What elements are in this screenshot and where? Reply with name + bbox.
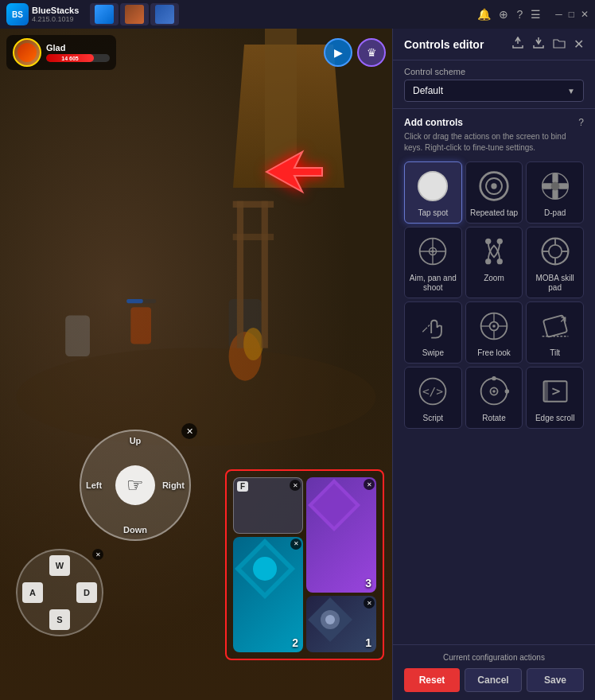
player-avatar <box>13 38 41 67</box>
hp-bar: 14 605 <box>46 54 110 62</box>
svg-point-37 <box>497 239 503 244</box>
play-button[interactable]: ▶ <box>324 38 352 67</box>
svg-rect-28 <box>542 183 552 189</box>
control-aim-pan-shoot[interactable]: Aim, pan and shoot <box>404 227 462 298</box>
edge-scroll-icon <box>538 374 573 409</box>
repeated-tap-icon <box>476 169 511 204</box>
wasd-close-button[interactable]: ✕ <box>92 549 103 560</box>
dpad-close-button[interactable]: ✕ <box>181 423 197 439</box>
folder-icon[interactable] <box>553 37 566 52</box>
maximize-button[interactable]: □ <box>569 9 574 20</box>
skill-2-close[interactable]: ✕ <box>290 539 301 550</box>
skill-1-close[interactable]: ✕ <box>364 597 375 609</box>
panel-close-button[interactable]: ✕ <box>574 37 584 52</box>
control-edge-scroll[interactable]: Edge scroll <box>526 367 584 429</box>
help-icon[interactable]: ? <box>578 117 584 128</box>
wasd-container: W A S D ✕ <box>16 549 103 636</box>
control-rotate[interactable]: Rotate <box>465 367 523 429</box>
dpad-label: D-pad <box>544 208 566 218</box>
control-moba-skill-pad[interactable]: MOBA skill pad <box>526 227 584 298</box>
skill-3-close[interactable]: ✕ <box>364 479 375 490</box>
titlebar-tabs <box>90 3 179 25</box>
control-tap-spot[interactable]: Tap spot <box>404 161 462 224</box>
free-look-label: Free look <box>477 348 511 358</box>
dpad-container: Up Down Left Right ☞ ✕ <box>80 430 191 541</box>
dpad[interactable]: Up Down Left Right ☞ ✕ <box>80 430 191 541</box>
skill-2-number: 2 <box>292 636 298 649</box>
controls-panel: Controls editor ✕ Control scheme Default… <box>392 29 595 700</box>
player-info: Glad 14 605 <box>6 35 116 70</box>
svg-point-24 <box>491 183 496 189</box>
svg-point-41 <box>548 245 561 258</box>
wasd-pad[interactable]: W A S D ✕ <box>16 549 103 636</box>
controls-panel-title: Controls editor <box>404 38 511 51</box>
controls-panel-header: Controls editor ✕ <box>393 29 595 60</box>
dpad-up-label: Up <box>130 436 142 445</box>
dpad-icon <box>538 169 573 204</box>
skill-3-button[interactable]: 3 ✕ <box>306 477 376 593</box>
question-icon[interactable]: ? <box>516 8 523 21</box>
main-content: Glad 14 605 ▶ ♛ Up <box>0 29 595 700</box>
skill-f-close[interactable]: ✕ <box>290 480 301 491</box>
menu-icon[interactable]: ☰ <box>531 8 541 21</box>
dpad-right-label: Right <box>162 480 185 490</box>
skills-container: F ✕ 3 ✕ <box>225 469 384 660</box>
control-swipe[interactable]: Swipe <box>404 301 462 364</box>
player-name: Glad <box>46 43 110 52</box>
reset-button[interactable]: Reset <box>404 668 460 692</box>
action-buttons: Reset Cancel Save <box>404 668 584 692</box>
save-button[interactable]: Save <box>527 668 584 692</box>
tab-game1[interactable] <box>120 3 149 25</box>
dpad-center[interactable]: ☞ <box>115 465 155 505</box>
swipe-icon <box>415 309 450 344</box>
tilt-label: Tilt <box>550 348 560 358</box>
app-name: BlueStacks <box>32 6 79 15</box>
add-controls-section: Add controls ? Click or drag the actions… <box>393 109 595 644</box>
add-controls-title: Add controls <box>404 117 463 128</box>
control-tilt[interactable]: Tilt <box>526 301 584 364</box>
control-script[interactable]: </> Script <box>404 367 462 429</box>
skill-2-button[interactable]: 2 ✕ <box>233 537 303 652</box>
close-button[interactable]: ✕ <box>581 9 589 20</box>
export-icon[interactable] <box>511 37 524 52</box>
svg-point-59 <box>492 390 496 393</box>
import-icon[interactable] <box>532 37 545 52</box>
control-free-look[interactable]: Free look <box>465 301 523 364</box>
swipe-label: Swipe <box>422 348 444 358</box>
svg-rect-27 <box>552 189 558 200</box>
skill-3-number: 3 <box>365 577 371 589</box>
skill-f-button[interactable]: F ✕ <box>233 477 303 534</box>
aim-pan-shoot-label: Aim, pan and shoot <box>408 274 458 293</box>
script-label: Script <box>423 414 444 423</box>
svg-point-17 <box>253 557 277 581</box>
tab-home[interactable] <box>90 3 119 25</box>
rotate-icon <box>476 374 511 409</box>
wasd-w-key[interactable]: W <box>49 555 70 576</box>
cancel-button[interactable]: Cancel <box>465 668 522 692</box>
tab-game2[interactable] <box>150 3 179 25</box>
wasd-a-key[interactable]: A <box>22 582 43 603</box>
control-dpad[interactable]: D-pad <box>526 161 584 224</box>
bell-icon[interactable]: 🔔 <box>477 8 491 21</box>
scheme-dropdown[interactable]: Default ▼ <box>404 80 584 102</box>
svg-point-35 <box>432 250 435 253</box>
current-config-label: Current configuration actions <box>404 653 584 662</box>
svg-point-36 <box>485 239 491 244</box>
skill-1-button[interactable]: 1 ✕ <box>306 596 376 652</box>
edge-scroll-label: Edge scroll <box>535 414 574 423</box>
android-icon[interactable]: ⊕ <box>499 8 508 21</box>
control-repeated-tap[interactable]: Repeated tap <box>465 161 523 224</box>
svg-point-30 <box>550 182 559 191</box>
panel-bottom: Current configuration actions Reset Canc… <box>393 644 595 700</box>
crown-button[interactable]: ♛ <box>357 38 386 67</box>
svg-line-65 <box>552 391 559 395</box>
svg-point-48 <box>492 325 496 328</box>
script-icon: </> <box>415 374 450 409</box>
wasd-d-key[interactable]: D <box>76 582 97 603</box>
game-topbar-right: ▶ ♛ <box>324 38 386 67</box>
minimize-button[interactable]: ─ <box>555 9 562 20</box>
wasd-s-key[interactable]: S <box>49 609 70 630</box>
dpad-left-label: Left <box>86 480 102 490</box>
control-zoom[interactable]: Zoom <box>465 227 523 298</box>
skill-2-icon <box>233 537 297 601</box>
